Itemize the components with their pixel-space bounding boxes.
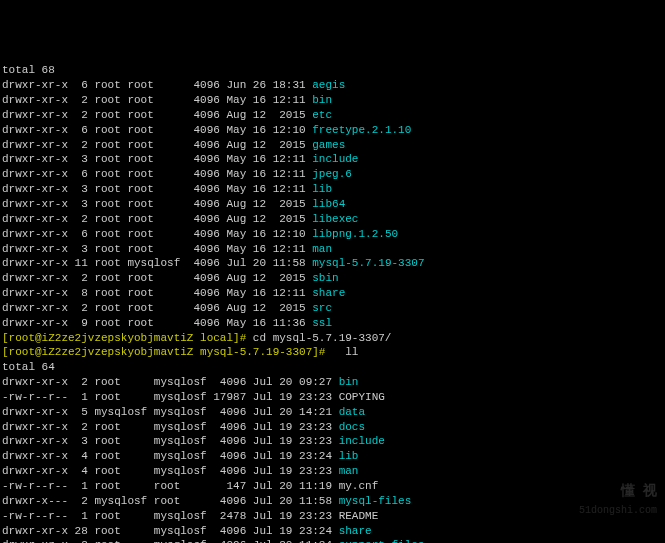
total-text: total 68 bbox=[2, 64, 55, 76]
prompt-line: [root@iZ2ze2jvzepskyobjmavtiZ mysql-5.7.… bbox=[2, 345, 663, 360]
ls-filename: include bbox=[312, 153, 358, 165]
ls-row: drwxr-xr-x 9 root root 4096 May 16 11:36… bbox=[2, 316, 663, 331]
ls-row: -rw-r--r-- 1 root mysqlosf 17987 Jul 19 … bbox=[2, 390, 663, 405]
ls-filename: lib bbox=[312, 183, 332, 195]
ls-row: drwxr-xr-x 2 root root 4096 Aug 12 2015 … bbox=[2, 271, 663, 286]
ls-row: drwxr-xr-x 3 root root 4096 May 16 12:11… bbox=[2, 152, 663, 167]
ls-filename: aegis bbox=[312, 79, 345, 91]
ls-filename: mysql-files bbox=[339, 495, 412, 507]
ls-filename: COPYING bbox=[339, 391, 385, 403]
ls-meta: drwxr-xr-x 4 root mysqlosf 4096 Jul 19 2… bbox=[2, 465, 339, 477]
ls-row: drwxr-xr-x 8 root root 4096 May 16 12:11… bbox=[2, 286, 663, 301]
ls-filename: etc bbox=[312, 109, 332, 121]
ls-row: drwxr-xr-x 6 root root 4096 May 16 12:11… bbox=[2, 167, 663, 182]
ls-meta: drwxr-xr-x 11 root mysqlosf 4096 Jul 20 … bbox=[2, 257, 312, 269]
total-line: total 68 bbox=[2, 63, 663, 78]
ls-meta: drwxr-xr-x 2 root root 4096 May 16 12:11 bbox=[2, 94, 312, 106]
ls-filename: lib bbox=[339, 450, 359, 462]
ls-row: drwxr-xr-x 6 root root 4096 May 16 12:10… bbox=[2, 123, 663, 138]
ls-filename: sbin bbox=[312, 272, 338, 284]
ls-filename: ssl bbox=[312, 317, 332, 329]
ls-filename: bin bbox=[312, 94, 332, 106]
ls-row: drwxr-xr-x 5 mysqlosf mysqlosf 4096 Jul … bbox=[2, 405, 663, 420]
ls-row: drwxr-xr-x 2 root mysqlosf 4096 Jul 20 0… bbox=[2, 375, 663, 390]
ls-filename: support-files bbox=[339, 539, 425, 543]
shell-command[interactable]: cd mysql-5.7.19-3307/ bbox=[253, 332, 392, 344]
ls-row: drwxr-xr-x 6 root root 4096 May 16 12:10… bbox=[2, 227, 663, 242]
shell-prompt: [root@iZ2ze2jvzepskyobjmavtiZ local]# bbox=[2, 332, 253, 344]
ls-filename: src bbox=[312, 302, 332, 314]
ls-meta: drwxr-xr-x 4 root mysqlosf 4096 Jul 19 2… bbox=[2, 450, 339, 462]
ls-row: -rw-r--r-- 1 root root 147 Jul 20 11:19 … bbox=[2, 479, 663, 494]
ls-filename: mysql-5.7.19-3307 bbox=[312, 257, 424, 269]
ls-meta: drwxr-xr-x 3 root root 4096 Aug 12 2015 bbox=[2, 198, 312, 210]
ls-row: drwxr-xr-x 2 root root 4096 Aug 12 2015 … bbox=[2, 138, 663, 153]
ls-meta: drwxr-xr-x 2 root root 4096 Aug 12 2015 bbox=[2, 213, 312, 225]
ls-row: drwxr-x--- 2 mysqlosf root 4096 Jul 20 1… bbox=[2, 494, 663, 509]
ls-filename: libexec bbox=[312, 213, 358, 225]
ls-row: drwxr-xr-x 6 root root 4096 Jun 26 18:31… bbox=[2, 78, 663, 93]
ls-row: drwxr-xr-x 4 root mysqlosf 4096 Jul 19 2… bbox=[2, 464, 663, 479]
ls-meta: drwxr-xr-x 2 root root 4096 Aug 12 2015 bbox=[2, 302, 312, 314]
ls-filename: README bbox=[339, 510, 379, 522]
ls-row: drwxr-xr-x 28 root mysqlosf 4096 Jul 19 … bbox=[2, 524, 663, 539]
ls-meta: drwxr-xr-x 6 root root 4096 May 16 12:10 bbox=[2, 124, 312, 136]
ls-filename: jpeg.6 bbox=[312, 168, 352, 180]
ls-row: drwxr-xr-x 2 root root 4096 Aug 12 2015 … bbox=[2, 212, 663, 227]
ls-meta: drwxr-xr-x 2 root mysqlosf 4096 Jul 19 2… bbox=[2, 421, 339, 433]
ls-meta: drwxr-xr-x 2 root root 4096 Aug 12 2015 bbox=[2, 109, 312, 121]
terminal-output: total 68drwxr-xr-x 6 root root 4096 Jun … bbox=[2, 63, 663, 543]
ls-row: drwxr-xr-x 4 root mysqlosf 4096 Jul 19 2… bbox=[2, 449, 663, 464]
ls-filename: man bbox=[339, 465, 359, 477]
ls-filename: share bbox=[312, 287, 345, 299]
ls-row: drwxr-xr-x 2 root root 4096 Aug 12 2015 … bbox=[2, 301, 663, 316]
ls-meta: drwxr-xr-x 3 root root 4096 May 16 12:11 bbox=[2, 183, 312, 195]
ls-filename: games bbox=[312, 139, 345, 151]
ls-meta: drwxr-xr-x 9 root root 4096 May 16 11:36 bbox=[2, 317, 312, 329]
ls-filename: my.cnf bbox=[339, 480, 379, 492]
ls-row: -rw-r--r-- 1 root mysqlosf 2478 Jul 19 2… bbox=[2, 509, 663, 524]
ls-filename: man bbox=[312, 243, 332, 255]
ls-meta: drwxr-x--- 2 mysqlosf root 4096 Jul 20 1… bbox=[2, 495, 339, 507]
shell-prompt: [root@iZ2ze2jvzepskyobjmavtiZ mysql-5.7.… bbox=[2, 346, 345, 358]
ls-row: drwxr-xr-x 3 root root 4096 May 16 12:11… bbox=[2, 242, 663, 257]
ls-meta: drwxr-xr-x 6 root root 4096 Jun 26 18:31 bbox=[2, 79, 312, 91]
ls-meta: drwxr-xr-x 6 root root 4096 May 16 12:11 bbox=[2, 168, 312, 180]
ls-filename: share bbox=[339, 525, 372, 537]
ls-row: drwxr-xr-x 2 root root 4096 May 16 12:11… bbox=[2, 93, 663, 108]
ls-meta: drwxr-xr-x 8 root root 4096 May 16 12:11 bbox=[2, 287, 312, 299]
ls-filename: docs bbox=[339, 421, 365, 433]
ls-row: drwxr-xr-x 3 root mysqlosf 4096 Jul 19 2… bbox=[2, 434, 663, 449]
ls-meta: drwxr-xr-x 5 mysqlosf mysqlosf 4096 Jul … bbox=[2, 406, 339, 418]
ls-filename: bin bbox=[339, 376, 359, 388]
ls-meta: drwxr-xr-x 2 root root 4096 Aug 12 2015 bbox=[2, 272, 312, 284]
total-line: total 64 bbox=[2, 360, 663, 375]
ls-row: drwxr-xr-x 11 root mysqlosf 4096 Jul 20 … bbox=[2, 256, 663, 271]
prompt-line: [root@iZ2ze2jvzepskyobjmavtiZ local]# cd… bbox=[2, 331, 663, 346]
ls-meta: drwxr-xr-x 3 root root 4096 May 16 12:11 bbox=[2, 243, 312, 255]
ls-meta: drwxr-xr-x 3 root mysqlosf 4096 Jul 19 2… bbox=[2, 435, 339, 447]
ls-filename: data bbox=[339, 406, 365, 418]
ls-meta: drwxr-xr-x 6 root root 4096 May 16 12:10 bbox=[2, 228, 312, 240]
total-text: total 64 bbox=[2, 361, 55, 373]
ls-meta: drwxr-xr-x 28 root mysqlosf 4096 Jul 19 … bbox=[2, 525, 339, 537]
ls-meta: drwxr-xr-x 3 root root 4096 May 16 12:11 bbox=[2, 153, 312, 165]
ls-row: drwxr-xr-x 3 root root 4096 May 16 12:11… bbox=[2, 182, 663, 197]
ls-meta: drwxr-xr-x 2 root mysqlosf 4096 Jul 20 1… bbox=[2, 539, 339, 543]
ls-meta: -rw-r--r-- 1 root root 147 Jul 20 11:19 bbox=[2, 480, 339, 492]
ls-row: drwxr-xr-x 2 root root 4096 Aug 12 2015 … bbox=[2, 108, 663, 123]
shell-command[interactable]: ll bbox=[345, 346, 358, 358]
ls-row: drwxr-xr-x 3 root root 4096 Aug 12 2015 … bbox=[2, 197, 663, 212]
ls-meta: drwxr-xr-x 2 root mysqlosf 4096 Jul 20 0… bbox=[2, 376, 339, 388]
ls-filename: freetype.2.1.10 bbox=[312, 124, 411, 136]
ls-filename: include bbox=[339, 435, 385, 447]
ls-filename: lib64 bbox=[312, 198, 345, 210]
ls-meta: drwxr-xr-x 2 root root 4096 Aug 12 2015 bbox=[2, 139, 312, 151]
ls-meta: -rw-r--r-- 1 root mysqlosf 2478 Jul 19 2… bbox=[2, 510, 339, 522]
ls-row: drwxr-xr-x 2 root mysqlosf 4096 Jul 19 2… bbox=[2, 420, 663, 435]
ls-filename: libpng.1.2.50 bbox=[312, 228, 398, 240]
ls-row: drwxr-xr-x 2 root mysqlosf 4096 Jul 20 1… bbox=[2, 538, 663, 543]
ls-meta: -rw-r--r-- 1 root mysqlosf 17987 Jul 19 … bbox=[2, 391, 339, 403]
